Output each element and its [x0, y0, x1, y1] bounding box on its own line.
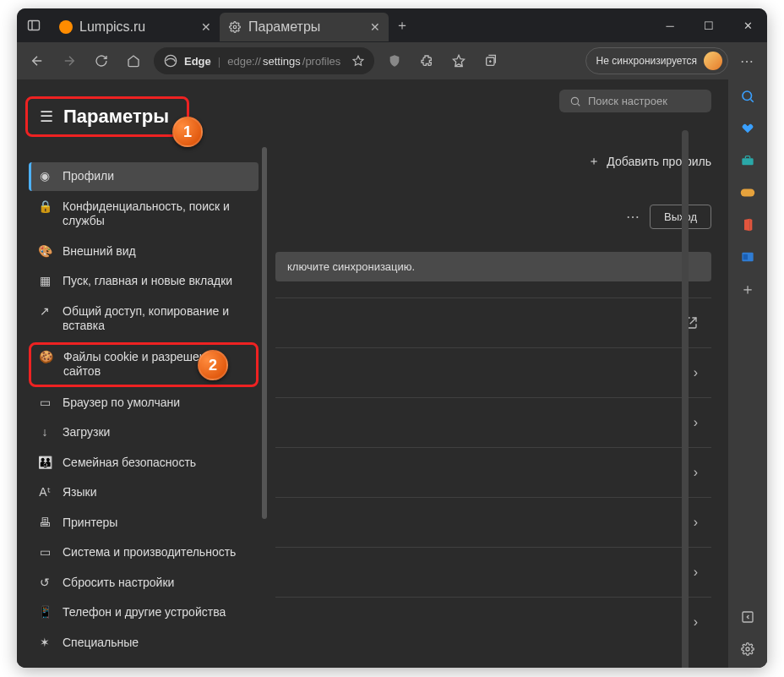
menu-item-icon: 🔒	[37, 199, 52, 213]
settings-row[interactable]: ›	[275, 397, 711, 447]
sidebar-item-9[interactable]: AᵗЯзыки	[29, 478, 259, 507]
settings-menu: ◉Профили🔒Конфиденциальность, поиск и слу…	[17, 162, 270, 657]
content-scrollbar[interactable]	[682, 130, 689, 668]
favorites-icon[interactable]	[447, 49, 471, 73]
menu-item-label: Пуск, главная и новые вкладки	[63, 274, 232, 289]
sidebar-games-icon[interactable]	[739, 184, 756, 201]
menu-item-icon: ↓	[37, 425, 52, 439]
close-tab-icon[interactable]: ✕	[201, 20, 211, 34]
sidebar-search-icon[interactable]	[739, 88, 756, 105]
svg-marker-5	[454, 55, 465, 66]
browser-window: Lumpics.ru ✕ Параметры ✕ ＋ ─ ☐ ✕	[17, 8, 767, 668]
forward-button[interactable]	[57, 49, 81, 73]
sidebar-item-3[interactable]: ▦Пуск, главная и новые вкладки	[29, 267, 259, 296]
sidebar-settings-icon[interactable]	[739, 641, 756, 658]
menu-item-icon: Aᵗ	[37, 485, 52, 499]
back-button[interactable]	[25, 49, 49, 73]
svg-line-11	[578, 103, 580, 106]
plus-icon: ＋	[588, 154, 600, 169]
sidebar-item-2[interactable]: 🎨Внешний вид	[29, 237, 259, 266]
favicon-icon	[59, 20, 73, 34]
settings-row[interactable]	[275, 298, 711, 347]
sidebar-item-14[interactable]: ✶Специальные	[29, 629, 259, 658]
maximize-button[interactable]: ☐	[689, 8, 728, 42]
menu-item-label: Языки	[63, 485, 97, 500]
search-icon	[569, 96, 581, 107]
sidebar-item-7[interactable]: ↓Загрузки	[29, 418, 259, 447]
address-bar[interactable]: Edge | edge://settings/profiles	[154, 47, 374, 74]
hamburger-icon[interactable]: ☰	[40, 107, 53, 126]
extensions-icon[interactable]	[415, 49, 438, 73]
sidebar-item-4[interactable]: ↗Общий доступ, копирование и вставка	[29, 298, 259, 341]
tab-settings[interactable]: Параметры ✕	[220, 13, 389, 41]
menu-item-icon: ✶	[37, 636, 52, 649]
settings-sidebar: ☰ Параметры 1 ◉Профили🔒Конфиденциальност…	[17, 79, 270, 668]
settings-page: Поиск настроек ＋ Добавить профиль ⋯ Выхо…	[17, 79, 728, 668]
close-window-button[interactable]: ✕	[728, 8, 767, 42]
sidebar-item-8[interactable]: 👪Семейная безопасность	[29, 449, 259, 478]
sidebar-shopping-icon[interactable]	[739, 120, 756, 137]
sidebar-tools-icon[interactable]	[739, 152, 756, 169]
settings-row[interactable]: ›	[275, 597, 711, 647]
menu-item-label: Конфиденциальность, поиск и службы	[63, 199, 250, 229]
reload-button[interactable]	[90, 49, 113, 73]
more-options-icon[interactable]: ⋯	[626, 209, 641, 225]
url-text: Edge | edge://settings/profiles	[184, 55, 340, 68]
settings-row[interactable]: ›	[275, 547, 711, 597]
sign-out-button[interactable]: Выход	[650, 205, 711, 229]
menu-item-label: Принтеры	[63, 516, 117, 531]
sidebar-item-13[interactable]: 📱Телефон и другие устройства	[29, 598, 259, 627]
sidebar-outlook-icon[interactable]	[739, 248, 756, 265]
svg-rect-0	[29, 21, 40, 30]
chevron-right-icon: ›	[694, 415, 698, 430]
chevron-right-icon: ›	[694, 465, 698, 480]
menu-item-label: Профили	[63, 169, 114, 184]
menu-item-icon: ◉	[37, 169, 52, 183]
sidebar-collapse-icon[interactable]	[739, 609, 756, 625]
menu-item-label: Внешний вид	[63, 244, 136, 259]
svg-marker-4	[353, 56, 363, 65]
settings-search[interactable]: Поиск настроек	[559, 90, 711, 112]
tab-lumpics[interactable]: Lumpics.ru ✕	[51, 13, 220, 41]
sidebar-scrollbar[interactable]	[262, 147, 267, 519]
app-menu-button[interactable]: ⋯	[737, 53, 759, 69]
menu-item-icon: 🍪	[38, 350, 53, 363]
sidebar-item-0[interactable]: ◉Профили	[29, 162, 259, 191]
menu-item-label: Браузер по умолчани	[63, 396, 180, 411]
chevron-right-icon: ›	[694, 614, 698, 630]
menu-item-label: Загрузки	[63, 425, 110, 440]
home-button[interactable]	[122, 49, 145, 73]
svg-rect-17	[743, 254, 748, 260]
sidebar-item-10[interactable]: 🖶Принтеры	[29, 509, 259, 538]
tab-actions-icon[interactable]	[17, 8, 51, 42]
sidebar-item-1[interactable]: 🔒Конфиденциальность, поиск и службы	[29, 193, 259, 236]
menu-item-icon: ▭	[37, 545, 52, 559]
settings-favicon-icon	[228, 20, 242, 34]
sidebar-item-12[interactable]: ↺Сбросить настройки	[29, 569, 259, 598]
shield-icon[interactable]	[383, 49, 406, 73]
sidebar-item-11[interactable]: ▭Система и производительность	[29, 538, 259, 567]
sync-label: Не синхронизируется	[596, 55, 697, 67]
tab-title: Параметры	[248, 19, 320, 35]
svg-rect-14	[742, 158, 753, 165]
sync-hint-banner: ключите синхронизацию.	[275, 252, 711, 281]
settings-row[interactable]: ›	[275, 347, 711, 397]
sidebar-item-6[interactable]: ▭Браузер по умолчани	[29, 389, 259, 418]
settings-row[interactable]: ›	[275, 447, 711, 497]
sidebar-office-icon[interactable]	[739, 216, 756, 233]
collections-icon[interactable]	[479, 49, 503, 73]
new-tab-button[interactable]: ＋	[389, 8, 416, 42]
minimize-button[interactable]: ─	[651, 8, 689, 42]
toolbar: Edge | edge://settings/profiles Не синхр…	[17, 42, 767, 79]
svg-point-12	[743, 91, 752, 101]
menu-item-label: Общий доступ, копирование и вставка	[63, 304, 250, 334]
settings-row[interactable]: ›	[275, 497, 711, 547]
add-profile-button[interactable]: ＋ Добавить профиль	[588, 154, 711, 169]
profile-sync-pill[interactable]: Не синхронизируется	[585, 47, 728, 74]
chevron-right-icon: ›	[694, 565, 698, 580]
profile-actions: ⋯ Выход	[626, 205, 711, 229]
avatar-icon	[704, 52, 722, 70]
sidebar-add-icon[interactable]: ＋	[739, 281, 756, 298]
close-tab-icon[interactable]: ✕	[370, 20, 380, 34]
favorite-star-icon[interactable]	[352, 55, 364, 67]
